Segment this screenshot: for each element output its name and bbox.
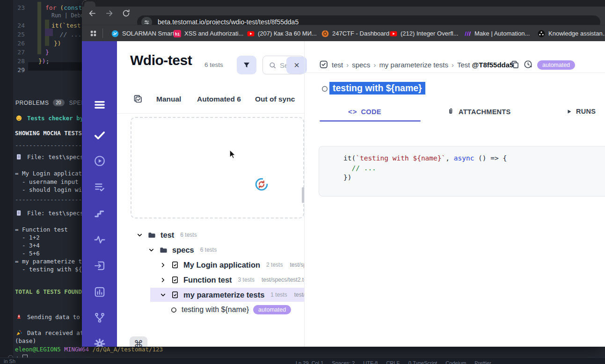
sync-spinner-icon	[255, 177, 269, 191]
browser-toolbar: beta.testomat.io/projects/wdio-test/test…	[82, 7, 605, 25]
panel-divider-line	[117, 113, 304, 114]
code-line: // ...	[343, 163, 605, 173]
active-tab-underline	[320, 120, 421, 122]
sidebar-analytics-icon[interactable]	[82, 233, 117, 246]
copy-check-icon[interactable]	[133, 94, 143, 104]
app-sidebar: ?	[82, 41, 117, 347]
tab-automated-6[interactable]: Automated 6	[197, 95, 241, 103]
status-items[interactable]: Ln 29, Col 1Spaces: 2UTF-8CRLF{} TypeScr…	[296, 358, 500, 364]
play-icon	[566, 109, 572, 115]
code-line: })	[343, 173, 605, 182]
status-item[interactable]: {} TypeScript	[408, 360, 437, 364]
paperclip-icon	[447, 108, 455, 116]
sidebar-reports-icon[interactable]	[82, 286, 117, 298]
tree-row[interactable]: testing with ${name} automated	[170, 303, 304, 317]
solarman-favicon-icon	[111, 30, 119, 37]
tree-row[interactable]: test 6 tests	[136, 228, 304, 242]
history-icon[interactable]	[523, 59, 533, 69]
tree-row[interactable]: specs 6 tests	[148, 243, 304, 257]
chevron-down-icon[interactable]	[148, 247, 155, 254]
status-item[interactable]: CRLF	[386, 360, 400, 364]
forward-icon[interactable]	[105, 9, 114, 18]
automated-badge: automated	[253, 305, 291, 314]
drop-zone-placeholder	[131, 117, 304, 218]
test-title-selected[interactable]: testing with ${name}	[329, 82, 425, 95]
test-checkbox-icon	[319, 59, 328, 69]
automated-badge: automated	[537, 60, 575, 70]
breadcrumb[interactable]: test›specs›my parameterize tests›Test @T…	[332, 61, 513, 69]
mouse-cursor	[227, 149, 237, 160]
tests-count: 6 tests	[204, 61, 223, 68]
reload-icon[interactable]	[122, 9, 131, 18]
sidebar-branches-icon[interactable]	[82, 312, 117, 324]
folder-icon	[159, 246, 168, 255]
page-title: Wdio-test	[130, 52, 192, 68]
sidebar-settings-icon[interactable]	[82, 338, 117, 347]
file-icon	[171, 261, 179, 269]
browser-tab-strip	[82, 0, 605, 7]
status-item[interactable]: UTF-8	[363, 360, 378, 364]
sidebar-milestones-icon[interactable]	[82, 207, 117, 219]
bookmark-make[interactable]: Make | Automation...	[464, 25, 530, 42]
test-id: @T8f55dda5	[472, 61, 514, 69]
status-item[interactable]: Prettier	[474, 360, 491, 364]
chevron-down-icon[interactable]	[136, 232, 143, 239]
tab-fragment	[84, 1, 95, 7]
sidebar-tests-icon[interactable]	[82, 129, 117, 141]
circle-icon	[170, 306, 177, 313]
chevron-down-icon[interactable]	[160, 291, 167, 298]
tree-row[interactable]: Function test 3 tests test/specs/test2.t…	[160, 273, 304, 287]
bookmarks-separator	[102, 29, 103, 38]
problems-count-badge: 20	[53, 99, 65, 106]
funnel-icon	[242, 61, 251, 69]
hackerone-favicon-icon: h1	[174, 30, 181, 37]
folder-icon	[147, 231, 156, 240]
tab-attachments[interactable]: ATTACHMENTS	[447, 108, 511, 116]
sidebar-import-icon[interactable]	[82, 260, 117, 272]
filter-button[interactable]	[237, 56, 256, 74]
tab-spell-checker[interactable]: SPELL CH	[69, 100, 82, 106]
status-left-fragment: in Sh	[4, 358, 15, 364]
browser-window: beta.testomat.io/projects/wdio-test/test…	[82, 0, 605, 347]
sidebar-menu-icon[interactable]	[82, 99, 117, 111]
back-icon[interactable]	[88, 9, 97, 18]
make-favicon-icon	[464, 30, 471, 37]
bookmark-solarman[interactable]: SOLARMAN Smart	[111, 25, 174, 42]
apps-grid-icon[interactable]	[89, 29, 97, 37]
tree-row[interactable]: my parameterize tests 1 tests test/spe	[160, 288, 304, 302]
file-icon	[171, 276, 179, 284]
copy-icon[interactable]	[510, 59, 520, 69]
tab-code[interactable]: <>CODE	[348, 108, 381, 116]
panel-divider	[304, 41, 305, 347]
test-code-card: it(`testing with ${name}`, async () => {…	[319, 146, 605, 197]
ctf-favicon-icon	[321, 30, 329, 37]
bookmark-youtube[interactable]: (207) Как За 60 МИ...	[247, 25, 317, 42]
svg-text:h1: h1	[175, 31, 180, 36]
sidebar-plans-icon[interactable]	[82, 181, 117, 193]
tab-out-of-sync[interactable]: Out of sync	[255, 95, 295, 103]
tab-runs[interactable]: RUNS	[566, 108, 596, 115]
youtube-favicon-icon	[390, 30, 397, 37]
knowledge-favicon-icon	[538, 30, 545, 37]
status-item[interactable]: Spaces: 2	[332, 360, 355, 364]
bookmark-hackerone[interactable]: h1XSS and Authorizati...	[174, 25, 243, 42]
vscode-status-bar[interactable]: in Sh Ln 29, Col 1Spaces: 2UTF-8CRLF{} T…	[0, 357, 605, 364]
tab-manual[interactable]: Manual	[156, 95, 181, 103]
chevron-right-icon[interactable]	[160, 262, 167, 269]
bookmark-ctf[interactable]: 247CTF - Dashboard	[321, 25, 389, 42]
test-bullet-icon[interactable]	[321, 85, 328, 93]
chevron-right-icon[interactable]	[160, 277, 167, 284]
status-item[interactable]: Ln 29, Col 1	[296, 360, 323, 364]
youtube-favicon-icon	[247, 30, 255, 37]
sidebar-runs-icon[interactable]	[82, 155, 117, 167]
code-line: it(`testing with ${name}`, async () => {	[343, 153, 605, 163]
tab-problems[interactable]: PROBLEMS	[15, 100, 49, 106]
tree-row[interactable]: My Login application 2 tests test/specs	[160, 258, 304, 272]
status-item[interactable]: Codeium	[445, 360, 466, 364]
bookmark-youtube[interactable]: (212) Integer Overfl...	[390, 25, 459, 42]
file-icon	[171, 291, 179, 299]
breadcrumb-divider	[305, 73, 605, 73]
command-key-button[interactable]: ⌘	[130, 336, 147, 347]
bookmark-knowledge[interactable]: Knowledge assistan...	[538, 25, 605, 42]
cmd-icon: ⌘	[134, 338, 143, 347]
